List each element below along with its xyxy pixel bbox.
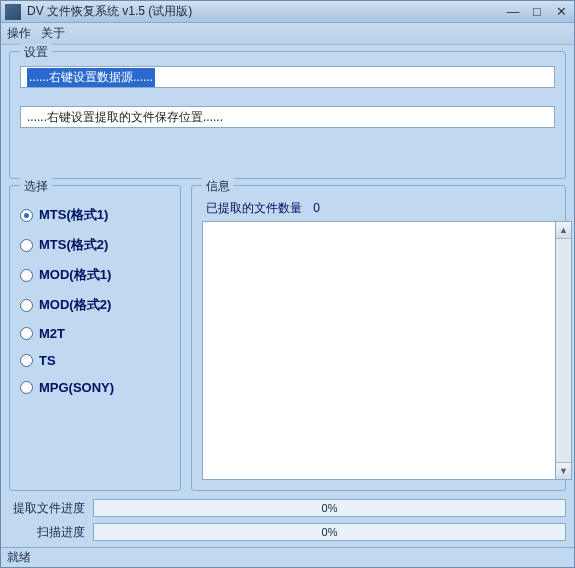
status-text: 就绪 bbox=[7, 549, 31, 566]
extracted-label-text: 已提取的文件数量 bbox=[206, 201, 302, 215]
scan-progress-bar: 0% bbox=[93, 523, 566, 541]
maximize-button[interactable]: □ bbox=[528, 4, 546, 20]
minimize-button[interactable]: — bbox=[504, 4, 522, 20]
radio-label: MTS(格式2) bbox=[39, 236, 108, 254]
radio-mts2[interactable]: MTS(格式2) bbox=[20, 236, 170, 254]
radio-mod1[interactable]: MOD(格式1) bbox=[20, 266, 170, 284]
radio-icon bbox=[20, 299, 33, 312]
extract-progress-row: 提取文件进度 0% bbox=[9, 499, 566, 517]
menubar: 操作 关于 bbox=[1, 23, 574, 45]
radio-icon bbox=[20, 381, 33, 394]
select-group: 选择 MTS(格式1) MTS(格式2) MOD(格式1) MOD(格式2) bbox=[9, 185, 181, 491]
radio-label: MOD(格式2) bbox=[39, 296, 111, 314]
menu-about[interactable]: 关于 bbox=[41, 25, 65, 42]
radio-label: MOD(格式1) bbox=[39, 266, 111, 284]
menu-action[interactable]: 操作 bbox=[7, 25, 31, 42]
radio-label: MPG(SONY) bbox=[39, 380, 114, 395]
scroll-track[interactable] bbox=[556, 239, 571, 462]
close-button[interactable]: ✕ bbox=[552, 4, 570, 20]
radio-icon bbox=[20, 354, 33, 367]
radio-label: MTS(格式1) bbox=[39, 206, 108, 224]
radio-label: M2T bbox=[39, 326, 65, 341]
radio-label: TS bbox=[39, 353, 56, 368]
statusbar: 就绪 bbox=[1, 547, 574, 567]
scroll-down-icon[interactable]: ▼ bbox=[556, 462, 571, 479]
scan-progress-value: 0% bbox=[322, 526, 338, 538]
info-group: 信息 已提取的文件数量 0 ▲ ▼ bbox=[191, 185, 566, 491]
radio-mpg-sony[interactable]: MPG(SONY) bbox=[20, 380, 170, 395]
radio-mts1[interactable]: MTS(格式1) bbox=[20, 206, 170, 224]
radio-icon bbox=[20, 239, 33, 252]
data-source-text: ......右键设置数据源...... bbox=[27, 68, 155, 87]
save-path-field[interactable]: ......右键设置提取的文件保存位置...... bbox=[20, 106, 555, 128]
radio-icon bbox=[20, 269, 33, 282]
scrollbar-vertical[interactable]: ▲ ▼ bbox=[555, 221, 572, 480]
radio-icon bbox=[20, 327, 33, 340]
radio-mod2[interactable]: MOD(格式2) bbox=[20, 296, 170, 314]
extracted-count-value: 0 bbox=[313, 201, 320, 215]
scroll-up-icon[interactable]: ▲ bbox=[556, 222, 571, 239]
extracted-count-label: 已提取的文件数量 0 bbox=[202, 200, 555, 217]
window-controls: — □ ✕ bbox=[504, 4, 570, 20]
data-source-field[interactable]: ......右键设置数据源...... bbox=[20, 66, 555, 88]
info-textarea[interactable]: ▲ ▼ bbox=[202, 221, 555, 480]
client-area: 设置 ......右键设置数据源...... ......右键设置提取的文件保存… bbox=[1, 45, 574, 547]
extract-progress-value: 0% bbox=[322, 502, 338, 514]
scan-progress-row: 扫描进度 0% bbox=[9, 523, 566, 541]
select-legend: 选择 bbox=[20, 178, 52, 195]
settings-group: 设置 ......右键设置数据源...... ......右键设置提取的文件保存… bbox=[9, 51, 566, 179]
radio-m2t[interactable]: M2T bbox=[20, 326, 170, 341]
radio-icon bbox=[20, 209, 33, 222]
titlebar: DV 文件恢复系统 v1.5 (试用版) — □ ✕ bbox=[1, 1, 574, 23]
settings-legend: 设置 bbox=[20, 44, 52, 61]
scan-progress-label: 扫描进度 bbox=[9, 524, 85, 541]
extract-progress-label: 提取文件进度 bbox=[9, 500, 85, 517]
mid-row: 选择 MTS(格式1) MTS(格式2) MOD(格式1) MOD(格式2) bbox=[9, 185, 566, 491]
progress-section: 提取文件进度 0% 扫描进度 0% bbox=[9, 497, 566, 543]
radio-ts[interactable]: TS bbox=[20, 353, 170, 368]
save-path-text: ......右键设置提取的文件保存位置...... bbox=[27, 109, 223, 126]
extract-progress-bar: 0% bbox=[93, 499, 566, 517]
info-legend: 信息 bbox=[202, 178, 234, 195]
window-title: DV 文件恢复系统 v1.5 (试用版) bbox=[27, 3, 504, 20]
app-window: DV 文件恢复系统 v1.5 (试用版) — □ ✕ 操作 关于 设置 ....… bbox=[0, 0, 575, 568]
app-icon bbox=[5, 4, 21, 20]
